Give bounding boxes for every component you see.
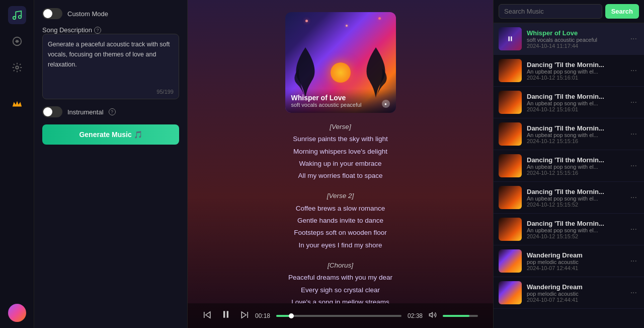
instrumental-label: Instrumental <box>67 108 104 116</box>
svg-rect-5 <box>227 311 228 317</box>
album-art: Whisper of Love soft vocals acoustic pea… <box>285 12 396 113</box>
sidebar-icon-music[interactable] <box>8 6 26 24</box>
lyrics-chorus-label: [Chorus] <box>210 259 471 272</box>
song-info: Dancing 'Til the Mornin... An upbeat pop… <box>527 188 623 208</box>
song-tags: pop melodic acoustic <box>527 259 623 265</box>
lyrics-verse1-label: [Verse] <box>210 121 471 133</box>
song-more-button[interactable]: ··· <box>628 98 639 107</box>
song-list-item[interactable]: Dancing 'Til the Mornin... An upbeat pop… <box>494 87 644 118</box>
song-thumbnail <box>499 122 522 146</box>
song-thumbnail <box>499 281 522 304</box>
main-content: Whisper of Love soft vocals acoustic pea… <box>188 0 493 328</box>
generate-music-button[interactable]: Generate Music 🎵 <box>42 124 179 145</box>
song-list-item[interactable]: Wandering Dream pop melodic acoustic 202… <box>494 245 644 277</box>
song-list-item[interactable]: Dancing 'Til the Mornin... An upbeat pop… <box>494 214 644 245</box>
progress-bar[interactable] <box>276 315 401 317</box>
song-list-item[interactable]: Whisper of Love soft vocals acoustic pea… <box>494 23 644 55</box>
lyrics-line: Morning whispers love's delight <box>210 146 471 158</box>
song-date: 2024-10-12 15:15:52 <box>527 233 623 239</box>
song-thumbnail <box>499 154 522 177</box>
song-thumbnail <box>499 249 522 273</box>
song-info: Dancing 'Til the Mornin... An upbeat pop… <box>527 61 623 81</box>
left-sidebar <box>0 0 34 328</box>
instrumental-toggle[interactable] <box>42 106 62 117</box>
sidebar-icon-settings[interactable] <box>8 58 26 77</box>
song-thumbnail <box>499 186 522 209</box>
song-tags: An upbeat pop song with el... <box>527 132 623 138</box>
song-list-item[interactable]: Dancing 'Til the Mornin... An upbeat pop… <box>494 182 644 214</box>
forward-button[interactable] <box>238 309 249 322</box>
song-more-button[interactable]: ··· <box>628 161 639 170</box>
song-more-button[interactable]: ··· <box>628 34 639 43</box>
search-input[interactable] <box>499 4 602 19</box>
song-title: Wandering Dream <box>527 251 623 259</box>
svg-point-3 <box>16 66 19 69</box>
search-button[interactable]: Search <box>605 4 639 19</box>
lyrics-line: Every sigh so crystal clear <box>210 284 471 296</box>
song-thumbnail <box>499 59 522 82</box>
lyrics-line: Love's a song in mellow streams <box>210 296 471 303</box>
custom-mode-toggle[interactable] <box>42 8 62 19</box>
song-info: Dancing 'Til the Mornin... An upbeat pop… <box>527 124 623 144</box>
song-info: Wandering Dream pop melodic acoustic 202… <box>527 283 623 303</box>
song-more-button[interactable]: ··· <box>628 193 639 202</box>
song-date: 2024-10-12 15:16:01 <box>527 106 623 112</box>
rewind-button[interactable] <box>203 309 214 322</box>
song-list: Whisper of Love soft vocals acoustic pea… <box>494 23 644 328</box>
song-more-button[interactable]: ··· <box>628 288 639 297</box>
song-info: Wandering Dream pop melodic acoustic 202… <box>527 251 623 271</box>
song-desc-box[interactable]: Generate a peaceful acoustic track with … <box>42 34 179 99</box>
lyrics-verse2: [Verse 2] Coffee brews a slow romance Ge… <box>210 190 471 251</box>
pause-button[interactable] <box>220 308 232 323</box>
lyrics-container: [Verse] Sunrise paints the sky with ligh… <box>190 113 492 303</box>
lyrics-line: Waking up in your embrace <box>210 158 471 170</box>
play-overlay <box>499 27 522 50</box>
svg-rect-4 <box>223 311 225 317</box>
progress-handle <box>289 313 294 318</box>
song-info: Dancing 'Til the Mornin... An upbeat pop… <box>527 156 623 176</box>
search-bar: Search <box>494 0 644 23</box>
lyrics-line: Sunrise paints the sky with light <box>210 133 471 145</box>
song-list-item[interactable]: Dancing 'Til the Mornin... An upbeat pop… <box>494 55 644 87</box>
song-list-item[interactable]: Dancing 'Til the Mornin... An upbeat pop… <box>494 118 644 150</box>
svg-rect-7 <box>509 36 510 41</box>
album-song-title: Whisper of Love <box>291 94 362 102</box>
song-more-button[interactable]: ··· <box>628 129 639 139</box>
sidebar-bottom <box>8 304 26 322</box>
song-tags: An upbeat pop song with el... <box>527 100 623 106</box>
instrumental-row: Instrumental ? <box>42 106 179 117</box>
song-more-button[interactable]: ··· <box>628 66 639 75</box>
song-thumbnail <box>499 91 522 114</box>
sidebar-icon-crown[interactable] <box>8 95 26 113</box>
sidebar-icon-waveform[interactable] <box>8 32 26 50</box>
album-dot-icon[interactable]: ● <box>382 100 390 108</box>
song-desc-help-icon[interactable]: ? <box>94 27 101 34</box>
song-tags: An upbeat pop song with el... <box>527 227 623 233</box>
song-thumbnail <box>499 27 522 50</box>
volume-icon[interactable] <box>429 311 437 320</box>
song-desc-label: Song Description ? <box>42 26 179 34</box>
song-title: Dancing 'Til the Mornin... <box>527 61 623 69</box>
song-list-item[interactable]: Wandering Dream pop melodic acoustic 202… <box>494 277 644 309</box>
song-tags: soft vocals acoustic peaceful <box>527 37 623 43</box>
album-song-tags: soft vocals acoustic peaceful <box>291 102 362 108</box>
instrumental-help-icon[interactable]: ? <box>109 108 116 115</box>
song-tags: An upbeat pop song with el... <box>527 164 623 170</box>
song-title: Dancing 'Til the Mornin... <box>527 220 623 227</box>
song-list-item[interactable]: Dancing 'Til the Mornin... An upbeat pop… <box>494 150 644 182</box>
song-date: 2024-10-14 11:17:44 <box>527 43 623 49</box>
song-date: 2024-10-12 15:15:16 <box>527 170 623 176</box>
song-date: 2024-10-07 12:44:41 <box>527 297 623 303</box>
song-thumbnail <box>499 218 522 241</box>
moon-decoration <box>331 62 351 83</box>
song-more-button[interactable]: ··· <box>628 256 639 266</box>
song-date: 2024-10-12 15:15:16 <box>527 138 623 144</box>
volume-bar[interactable] <box>443 315 478 317</box>
custom-mode-row: Custom Mode <box>42 8 179 19</box>
song-more-button[interactable]: ··· <box>628 225 639 234</box>
song-title: Dancing 'Til the Mornin... <box>527 93 623 100</box>
song-info: Dancing 'Til the Mornin... An upbeat pop… <box>527 220 623 239</box>
song-title: Dancing 'Til the Mornin... <box>527 156 623 164</box>
right-panel: Search Whisper of Love soft vocals acous… <box>493 0 644 328</box>
avatar[interactable] <box>8 304 26 322</box>
